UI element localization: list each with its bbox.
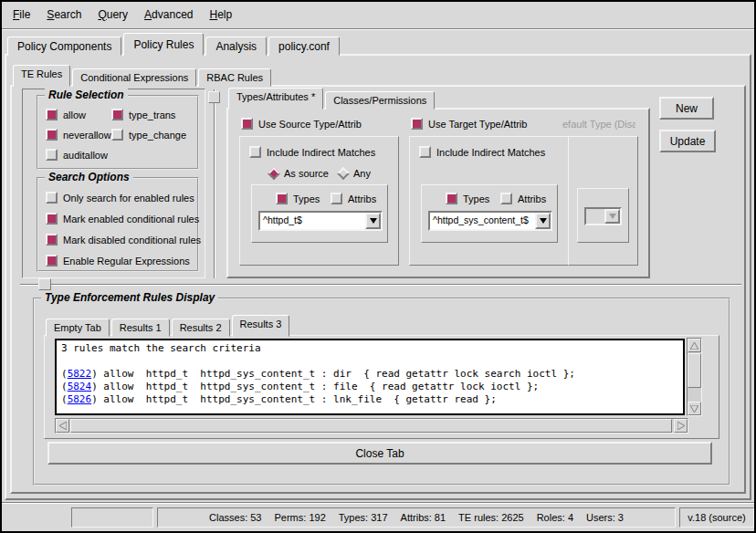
scroll-up-button[interactable] [688, 339, 701, 352]
checkbox-type-change[interactable]: type_change [111, 129, 186, 141]
target-type-value[interactable]: ^httpd_sys_content_t$ [430, 213, 535, 229]
update-button[interactable]: Update [659, 130, 716, 152]
checkbox-auditallow[interactable]: auditallow [46, 149, 108, 161]
radio-as-source[interactable]: As source [269, 168, 329, 179]
target-combo-dropdown-button[interactable] [535, 213, 551, 229]
checkbox-allow[interactable]: allow [46, 109, 86, 120]
use-target-checkbox-indicator[interactable] [411, 118, 423, 130]
menu-file[interactable]: File [13, 8, 30, 21]
source-type-value[interactable]: ^httpd_t$ [260, 213, 365, 229]
use-source-checkbox-indicator[interactable] [241, 118, 253, 130]
source-type-combobox[interactable]: ^httpd_t$ [258, 211, 383, 231]
auditallow-label: auditallow [63, 150, 108, 161]
menu-query[interactable]: Query [98, 8, 128, 21]
tab-policy-rules[interactable]: Policy Rules [123, 33, 204, 56]
status-attribs: Attribs: 81 [401, 512, 446, 523]
target-type-combobox[interactable]: ^httpd_sys_content_t$ [428, 211, 552, 231]
source-attribs-checkbox[interactable]: Attribs [331, 193, 376, 204]
statusbar-separator [2, 502, 754, 504]
tab-policy-components[interactable]: Policy Components [7, 37, 121, 56]
checkbox-neverallow[interactable]: neverallow [46, 129, 111, 141]
status-types: Types: 317 [339, 512, 388, 523]
neverallow-label: neverallow [63, 130, 111, 141]
tab-policy-conf[interactable]: policy.conf [268, 37, 340, 56]
target-attribs-checkbox[interactable]: Attribs [500, 193, 546, 204]
source-indirect-checkbox-indicator[interactable] [249, 146, 261, 158]
radio-any[interactable]: Any [339, 168, 371, 179]
tab-rbac-rules[interactable]: RBAC Rules [198, 68, 271, 87]
checkbox-enabled-only[interactable]: Only search for enabled rules [46, 192, 194, 204]
tab-empty-tab[interactable]: Empty Tab [46, 319, 110, 337]
target-frame: Include Indirect Matches Types Attribs ^… [409, 136, 569, 266]
source-indirect-label: Include Indirect Matches [267, 147, 375, 158]
menu-search[interactable]: Search [47, 8, 81, 21]
any-label: Any [353, 168, 371, 179]
scroll-left-button[interactable] [56, 419, 69, 433]
rule-id-link[interactable]: 5826 [68, 393, 92, 405]
horizontal-sash-handle[interactable] [38, 278, 51, 290]
tab-conditional-expressions[interactable]: Conditional Expressions [72, 68, 196, 87]
target-indirect-checkbox[interactable]: Include Indirect Matches [419, 146, 545, 158]
source-types-checkbox-indicator[interactable] [276, 193, 288, 204]
tab-results-3[interactable]: Results 3 [232, 315, 290, 337]
source-attribs-checkbox-indicator[interactable] [331, 193, 342, 204]
menu-separator [2, 28, 754, 30]
enabled-only-checkbox-indicator[interactable] [46, 192, 58, 204]
scroll-right-button[interactable] [674, 419, 688, 433]
rule-id-link[interactable]: 5822 [68, 368, 92, 380]
target-indirect-checkbox-indicator[interactable] [419, 146, 431, 158]
vertical-scrollbar[interactable] [687, 338, 702, 416]
target-types-checkbox[interactable]: Types [446, 193, 489, 204]
mark-disabled-checkbox-indicator[interactable] [46, 234, 58, 246]
source-combo-dropdown-button[interactable] [365, 213, 381, 229]
any-radio-indicator[interactable] [337, 167, 350, 180]
target-types-frame: Types Attribs ^httpd_sys_content_t$ [421, 184, 558, 243]
results-summary: 3 rules match the search criteria [61, 342, 678, 355]
mark-enabled-checkbox-indicator[interactable] [46, 213, 58, 225]
menu-advanced[interactable]: Advanced [144, 8, 193, 21]
type-trans-checkbox-indicator[interactable] [111, 109, 123, 120]
regex-label: Enable Regular Expressions [63, 256, 190, 266]
close-tab-button[interactable]: Close Tab [47, 442, 712, 465]
scroll-down-button[interactable] [688, 402, 701, 415]
results-textarea[interactable]: 3 rules match the search criteria (5822)… [55, 339, 685, 415]
use-target-checkbox[interactable]: Use Target Type/Attrib [411, 118, 527, 130]
tab-results-2[interactable]: Results 2 [172, 319, 230, 337]
tab-te-rules[interactable]: TE Rules [13, 65, 70, 87]
checkbox-type-trans[interactable]: type_trans [111, 109, 175, 120]
menu-help[interactable]: Help [209, 8, 232, 21]
use-source-checkbox[interactable]: Use Source Type/Attrib [241, 118, 362, 130]
checkbox-mark-enabled[interactable]: Mark enabled conditional rules [46, 213, 199, 225]
neverallow-checkbox-indicator[interactable] [46, 129, 58, 141]
source-attribs-label: Attribs [348, 193, 376, 204]
horizontal-scroll-thumb[interactable] [70, 419, 672, 433]
target-attribs-checkbox-indicator[interactable] [500, 193, 512, 204]
tab-types-attributes[interactable]: Types/Attributes * [228, 88, 323, 110]
target-types-checkbox-indicator[interactable] [446, 193, 457, 204]
horizontal-scrollbar[interactable] [55, 418, 688, 434]
arrow-down-icon [690, 405, 698, 413]
new-button[interactable]: New [659, 97, 714, 120]
tab-analysis[interactable]: Analysis [205, 37, 267, 56]
tab-results-1[interactable]: Results 1 [111, 319, 170, 337]
ta-tab-bar: Types/Attributes * Classes/Permissions [228, 89, 436, 110]
search-options-title: Search Options [45, 171, 133, 183]
tab-classes-permissions[interactable]: Classes/Permissions [325, 91, 435, 110]
vertical-sash-handle[interactable] [208, 91, 220, 103]
regex-checkbox-indicator[interactable] [46, 255, 58, 266]
horizontal-sash [20, 284, 741, 286]
allow-checkbox-indicator[interactable] [46, 109, 58, 120]
source-types-checkbox[interactable]: Types [276, 193, 320, 204]
checkbox-mark-disabled[interactable]: Mark disabled conditional rules [46, 234, 201, 246]
as-source-radio-indicator[interactable] [268, 167, 280, 180]
rule-id-link[interactable]: 5824 [68, 381, 92, 392]
type-change-checkbox-indicator[interactable] [111, 129, 123, 141]
checkbox-regex[interactable]: Enable Regular Expressions [46, 255, 190, 266]
arrow-left-icon [59, 422, 67, 430]
rule-selection-group: Rule Selection allow type_trans neverall… [37, 95, 199, 170]
vertical-scroll-thumb[interactable] [688, 353, 701, 388]
auditallow-checkbox-indicator[interactable] [46, 149, 58, 161]
status-perms: Perms: 192 [275, 512, 326, 523]
rule-line: (5822) allow httpd_t httpd_sys_content_t… [61, 368, 678, 381]
source-indirect-checkbox[interactable]: Include Indirect Matches [249, 146, 375, 158]
